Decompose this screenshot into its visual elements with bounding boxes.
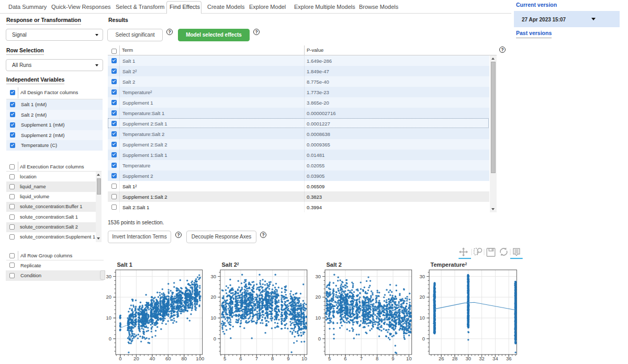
svg-text:9: 9 xyxy=(287,356,289,361)
svg-text:Salt 1: Salt 1 xyxy=(117,261,132,268)
svg-text:20: 20 xyxy=(420,294,425,300)
svg-text:0: 0 xyxy=(214,336,216,342)
svg-text:5: 5 xyxy=(223,356,226,361)
svg-text:60: 60 xyxy=(165,356,171,361)
svg-text:26: 26 xyxy=(439,356,444,361)
svg-text:8: 8 xyxy=(376,356,378,361)
svg-text:7: 7 xyxy=(255,356,258,361)
svg-text:36: 36 xyxy=(506,356,512,361)
svg-text:30: 30 xyxy=(420,274,425,279)
svg-text:10: 10 xyxy=(315,315,321,321)
svg-text:10: 10 xyxy=(406,356,412,361)
svg-text:40: 40 xyxy=(150,356,155,361)
svg-text:0: 0 xyxy=(318,336,321,342)
svg-text:0: 0 xyxy=(119,356,121,361)
svg-text:30: 30 xyxy=(315,274,321,279)
svg-text:10: 10 xyxy=(106,315,111,321)
svg-text:80: 80 xyxy=(182,356,187,361)
svg-text:30: 30 xyxy=(466,356,472,361)
svg-text:10: 10 xyxy=(210,315,216,321)
svg-text:10: 10 xyxy=(301,356,307,361)
svg-text:100: 100 xyxy=(196,356,204,361)
svg-text:6: 6 xyxy=(344,356,346,361)
svg-text:30: 30 xyxy=(210,274,216,279)
svg-text:34: 34 xyxy=(492,356,498,361)
svg-text:5: 5 xyxy=(328,356,331,361)
svg-text:6: 6 xyxy=(239,356,242,361)
svg-text:Salt 22: Salt 22 xyxy=(222,261,239,268)
svg-text:Temperature2: Temperature2 xyxy=(431,261,467,268)
svg-text:Salt 2: Salt 2 xyxy=(327,261,342,268)
svg-text:0: 0 xyxy=(109,336,111,342)
svg-text:9: 9 xyxy=(391,356,394,361)
svg-text:20: 20 xyxy=(210,294,216,300)
svg-text:30: 30 xyxy=(106,274,111,279)
svg-text:7: 7 xyxy=(360,356,363,361)
svg-text:28: 28 xyxy=(452,356,458,361)
svg-text:20: 20 xyxy=(133,356,139,361)
svg-text:8: 8 xyxy=(271,356,274,361)
svg-text:0: 0 xyxy=(422,336,425,342)
svg-text:10: 10 xyxy=(420,315,425,321)
svg-text:20: 20 xyxy=(106,294,111,300)
svg-text:20: 20 xyxy=(315,294,321,300)
svg-text:32: 32 xyxy=(479,356,485,361)
